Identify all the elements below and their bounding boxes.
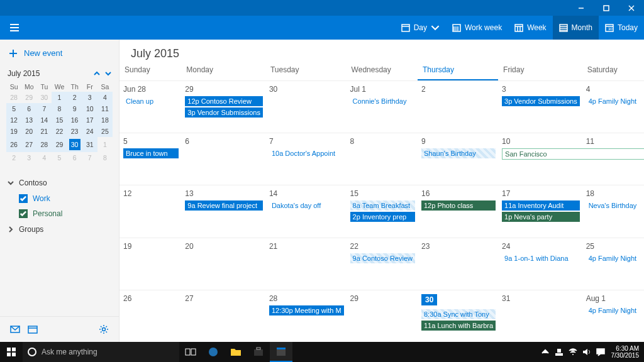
mini-cal-day[interactable]: 7 xyxy=(36,103,52,114)
taskbar-clock[interactable]: 6:30 AM 7/30/2015 xyxy=(611,345,640,359)
mini-cal-day[interactable]: 5 xyxy=(6,103,21,114)
day-cell[interactable]: 249a 1-on-1 with Diana xyxy=(498,238,582,290)
calendar-event[interactable]: 4p Family Night xyxy=(586,96,641,106)
calendar-event[interactable]: 9a 1-on-1 with Diana xyxy=(502,253,580,263)
calendar-work-checkbox[interactable]: Work xyxy=(6,191,113,206)
day-cell[interactable]: 158a Team Breakfast2p Inventory prep xyxy=(347,185,418,237)
network-icon[interactable] xyxy=(555,348,564,356)
mini-cal-day[interactable]: 26 xyxy=(6,137,21,152)
calendar-event[interactable]: 4p Family Night xyxy=(586,305,641,315)
day-cell[interactable]: 33p Vendor Submissions xyxy=(498,80,582,133)
day-cell[interactable]: 27 xyxy=(181,290,265,342)
notifications-icon[interactable] xyxy=(596,348,605,356)
hamburger-button[interactable] xyxy=(0,16,29,40)
mini-cal-day[interactable]: 14 xyxy=(36,114,52,126)
day-cell[interactable]: 2912p Contoso Review3p Vendor Submission… xyxy=(181,80,265,133)
mini-cal-day[interactable]: 21 xyxy=(36,126,52,137)
mini-cal-day[interactable]: 30 xyxy=(36,92,52,103)
calendar-event[interactable]: 8:30a Sync with Tony xyxy=(421,309,496,319)
day-cell[interactable]: 139a Review final project xyxy=(181,185,265,237)
mini-cal-day[interactable]: 12 xyxy=(6,114,21,126)
mini-cal-day[interactable]: 1 xyxy=(52,92,67,103)
mini-cal-day[interactable]: 4 xyxy=(97,92,113,103)
calendar-event[interactable]: Clean up xyxy=(123,96,179,106)
mini-cal-day[interactable]: 18 xyxy=(97,114,113,126)
day-cell[interactable]: 23 xyxy=(418,238,498,290)
view-week-button[interactable]: Week xyxy=(508,16,552,40)
day-cell[interactable]: 254p Family Night xyxy=(582,238,644,290)
mini-cal-day[interactable]: 31 xyxy=(82,137,97,152)
taskbar-app-explorer[interactable] xyxy=(225,342,247,362)
task-view-button[interactable] xyxy=(179,342,202,362)
mini-cal-day[interactable]: 13 xyxy=(21,114,36,126)
calendar-event[interactable]: 3p Vendor Submissions xyxy=(185,107,263,118)
day-cell[interactable]: 2 xyxy=(418,80,498,133)
calendar-event[interactable]: 2p Inventory prep xyxy=(350,212,415,222)
wifi-icon[interactable] xyxy=(569,348,577,356)
mini-cal-day[interactable]: 8 xyxy=(52,103,67,114)
calendar-event[interactable]: 12p Photo class xyxy=(421,200,496,211)
calendar-event[interactable]: 3p Vendor Submissions xyxy=(502,96,580,106)
day-cell[interactable]: 30 xyxy=(265,80,347,133)
system-tray[interactable]: 6:30 AM 7/30/2015 xyxy=(538,342,645,362)
taskbar-app-calendar[interactable] xyxy=(270,342,292,362)
view-workweek-button[interactable]: Work week xyxy=(446,16,508,40)
day-cell[interactable]: 5Bruce in town xyxy=(119,133,181,185)
day-cell[interactable]: 31 xyxy=(498,290,582,342)
calendar-event[interactable]: 12:30p Meeting with M xyxy=(269,305,344,315)
mini-cal-day[interactable]: 28 xyxy=(6,92,21,103)
day-cell[interactable]: 6 xyxy=(181,133,265,185)
settings-button[interactable] xyxy=(95,322,113,337)
chevron-down-icon[interactable] xyxy=(105,70,111,77)
mini-cal-day[interactable]: 9 xyxy=(67,103,82,114)
calendar-event[interactable]: 12p Contoso Review xyxy=(185,96,263,106)
calendar-event[interactable]: Bruce in town xyxy=(123,148,179,158)
day-cell[interactable]: 2812:30p Meeting with M xyxy=(265,290,347,342)
day-cell[interactable]: 9Shaun's Birthday xyxy=(418,133,498,185)
day-cell[interactable]: 10San Fancisco xyxy=(498,133,582,185)
mini-cal-day[interactable]: 6 xyxy=(67,152,82,163)
taskbar-app-store[interactable] xyxy=(247,342,270,362)
mini-cal-day[interactable]: 16 xyxy=(67,114,82,126)
new-event-button[interactable]: New event xyxy=(0,40,119,64)
mini-cal-day[interactable]: 8 xyxy=(97,152,113,163)
mini-cal-day[interactable]: 3 xyxy=(82,92,97,103)
day-cell[interactable]: 18Neva's Birthday xyxy=(582,185,644,237)
mini-cal-day[interactable]: 20 xyxy=(21,126,36,137)
mini-cal-day[interactable]: 10 xyxy=(82,103,97,114)
calendar-event[interactable]: 8a Team Breakfast xyxy=(350,200,415,211)
calendar-event[interactable]: 9a Contoso Review xyxy=(350,253,415,263)
mini-cal-day[interactable]: 29 xyxy=(52,137,67,152)
day-cell[interactable]: 20 xyxy=(181,238,265,290)
calendar-event[interactable]: 1p Neva's party xyxy=(502,212,580,222)
volume-icon[interactable] xyxy=(582,348,591,356)
calendar-event[interactable]: Neva's Birthday xyxy=(586,200,641,211)
day-cell[interactable]: Jul 1Connie's Birthday xyxy=(347,80,418,133)
mini-cal-day[interactable]: 4 xyxy=(36,152,52,163)
day-cell[interactable]: 8 xyxy=(347,133,418,185)
mini-cal-day[interactable]: 1 xyxy=(97,137,113,152)
calendar-event[interactable]: 4p Family Night xyxy=(586,253,641,263)
mini-cal-day[interactable]: 5 xyxy=(52,152,67,163)
mini-cal-day[interactable]: 23 xyxy=(67,126,82,137)
day-cell[interactable]: Jun 28Clean up xyxy=(119,80,181,133)
calendar-event[interactable]: 11a Inventory Audit xyxy=(502,200,580,211)
mini-cal-day[interactable]: 25 xyxy=(97,126,113,137)
start-button[interactable] xyxy=(0,342,23,362)
calendar-event[interactable]: 9a Review final project xyxy=(185,200,263,211)
view-today-button[interactable]: 30 Today xyxy=(599,16,644,40)
mini-cal-day[interactable]: 2 xyxy=(6,152,21,163)
account-contoso-toggle[interactable]: Contoso xyxy=(6,175,113,191)
view-day-button[interactable]: Day xyxy=(395,16,446,40)
mail-switch-button[interactable] xyxy=(6,322,24,337)
calendar-event[interactable]: 11a Lunch with Barbra xyxy=(421,321,496,331)
calendar-event[interactable]: Shaun's Birthday xyxy=(421,148,496,158)
view-month-button[interactable]: Month xyxy=(553,16,599,40)
calendar-personal-checkbox[interactable]: Personal xyxy=(6,206,113,221)
mini-cal-day[interactable]: 11 xyxy=(97,103,113,114)
day-cell[interactable]: 229a Contoso Review xyxy=(347,238,418,290)
minimize-button[interactable] xyxy=(569,0,594,16)
day-cell[interactable]: 308:30a Sync with Tony11a Lunch with Bar… xyxy=(418,290,498,342)
search-box[interactable]: Ask me anything xyxy=(23,342,179,362)
mini-cal-day[interactable]: 15 xyxy=(52,114,67,126)
